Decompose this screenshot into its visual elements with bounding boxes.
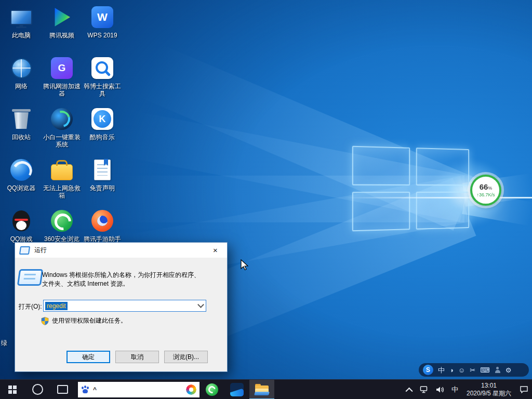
admin-note-text: 使用管理权限创建此任务。: [52, 316, 127, 325]
cancel-button[interactable]: 取消: [115, 351, 159, 363]
desktop-icon-tencent-video[interactable]: 腾讯视频: [42, 3, 82, 54]
notification-bubble-icon: [520, 385, 528, 393]
icon-label: 回收站: [12, 134, 31, 141]
wps-icon: W: [90, 5, 115, 30]
ime-emoji-icon[interactable]: ☺: [458, 367, 465, 374]
action-center-button[interactable]: [516, 380, 532, 399]
ime-account-icon[interactable]: [495, 367, 501, 373]
start-button[interactable]: [0, 380, 25, 399]
qq-games-icon: [9, 208, 34, 233]
clock-date: 2020/9/5 星期六: [467, 390, 511, 397]
xiaobai-icon: [49, 107, 74, 131]
run-dialog-body: Windows 将根据你所输入的名称，为你打开相应的程序、 文件夹、文档或 In…: [15, 258, 227, 371]
network-icon: [9, 56, 34, 81]
taskbar-app-pinned[interactable]: [224, 380, 249, 399]
run-glyph-icon: [18, 269, 42, 286]
icon-label: 酷狗音乐: [90, 134, 115, 141]
desktop-icon-kugou[interactable]: K 酷狗音乐: [82, 105, 123, 156]
run-dialog-titlebar[interactable]: 运行 ×: [15, 243, 227, 258]
ime-toolbar: S 中 ◑ ☺ ✂ ⌨ ⚙: [419, 363, 529, 377]
icon-label: 腾讯视频: [49, 32, 74, 39]
pinned-app-icon: [230, 383, 244, 396]
icon-label: 韩博士搜索工具: [83, 83, 122, 97]
task-view-button[interactable]: [50, 380, 75, 399]
memory-percent: 66%: [480, 183, 493, 192]
chevron-up-icon: [405, 387, 413, 394]
icon-label: 360安全浏览: [44, 235, 79, 243]
partially-hidden-icon-label: 绿: [1, 339, 7, 348]
icon-label: QQ浏览器: [7, 184, 36, 192]
first-aid-kit-icon: [49, 157, 74, 182]
ime-settings-icon[interactable]: ⚙: [506, 367, 512, 374]
taskbar-clock[interactable]: 13:01 2020/9/5 星期六: [462, 382, 516, 397]
speed-ball-widget[interactable]: 66% ↑36.7K/s: [470, 175, 501, 206]
desktop-screen: 此电脑 腾讯视频 W WPS 2019 网络 G 腾讯网游加速器 韩博士搜索工具…: [0, 0, 532, 399]
chevron-down-icon: [197, 301, 204, 308]
ime-screenshot-icon[interactable]: ✂: [470, 367, 475, 374]
search-paw-icon: [81, 385, 89, 394]
desktop-icon-recycle-bin[interactable]: 回收站: [1, 105, 42, 156]
run-dialog-title: 运行: [34, 246, 47, 255]
desktop-icon-xiaobai-reinstall[interactable]: 小白一键重装系统: [42, 105, 82, 156]
tencent-video-icon: [49, 5, 74, 30]
volume-tray-button[interactable]: [432, 380, 448, 399]
ethernet-icon: [420, 386, 429, 393]
hidden-icons-button[interactable]: [404, 380, 416, 399]
mobile-assistant-icon: [90, 208, 115, 233]
360-browser-icon: [206, 383, 218, 396]
desktop-icon-grid: 此电脑 腾讯视频 W WPS 2019 网络 G 腾讯网游加速器 韩博士搜索工具…: [1, 3, 123, 258]
desktop-icon-network[interactable]: 网络: [1, 54, 42, 105]
run-dialog: 运行 × Windows 将根据你所输入的名称，为你打开相应的程序、 文件夹、文…: [15, 242, 228, 372]
speaker-icon: [436, 386, 444, 393]
windows-logo-icon: [8, 385, 17, 394]
search-caret: ^: [93, 386, 97, 393]
desktop-icon-disclaimer[interactable]: 免责声明: [82, 156, 123, 207]
close-icon[interactable]: ×: [204, 243, 227, 258]
cortana-icon: [32, 384, 43, 395]
taskbar-app-file-explorer[interactable]: [249, 380, 274, 399]
desktop-icon-game-accelerator[interactable]: G 腾讯网游加速器: [42, 54, 82, 105]
taskbar: ^: [0, 379, 532, 399]
360-browser-icon: [49, 208, 74, 233]
desktop-icon-qq-browser[interactable]: QQ浏览器: [1, 156, 42, 207]
uac-shield-icon: [41, 317, 49, 325]
icon-label: 无法上网急救箱: [42, 184, 82, 199]
qq-browser-icon: [9, 157, 34, 182]
icon-label: 免责声明: [90, 184, 115, 192]
kugou-icon: K: [90, 107, 115, 131]
ime-mode-toggle[interactable]: 中: [438, 367, 445, 374]
network-tray-button[interactable]: [416, 380, 432, 399]
run-dialog-icon: [19, 246, 30, 255]
browse-button[interactable]: 浏览(B)...: [164, 351, 208, 363]
taskbar-search-box[interactable]: ^: [78, 382, 200, 397]
icon-label: WPS 2019: [87, 32, 117, 39]
run-description: Windows 将根据你所输入的名称，为你打开相应的程序、 文件夹、文档或 In…: [42, 271, 219, 288]
icon-label: QQ游戏: [10, 235, 33, 243]
open-label: 打开(O):: [19, 302, 42, 311]
desktop-icon-wps[interactable]: W WPS 2019: [82, 3, 123, 54]
icon-label: 小白一键重装系统: [42, 134, 82, 148]
clock-time: 13:01: [481, 382, 497, 390]
desktop-icon-this-pc[interactable]: 此电脑: [1, 3, 42, 54]
this-pc-icon: [9, 5, 34, 30]
icon-label: 腾讯手游助手: [84, 235, 121, 243]
run-command-input-value[interactable]: regedit: [45, 302, 68, 310]
desktop-icon-network-first-aid[interactable]: 无法上网急救箱: [42, 156, 82, 207]
taskbar-app-360-browser[interactable]: [200, 380, 224, 399]
admin-note-row: 使用管理权限创建此任务。: [41, 316, 127, 325]
run-command-combobox[interactable]: regedit: [43, 300, 206, 312]
browser-home-icon[interactable]: [186, 384, 196, 395]
ok-button[interactable]: 确定: [66, 351, 110, 363]
icon-label: 此电脑: [12, 32, 31, 39]
desktop-icon-hanboshi-search[interactable]: 韩博士搜索工具: [82, 54, 123, 105]
system-tray: 中 13:01 2020/9/5 星期六: [404, 380, 532, 399]
ime-keyboard-icon[interactable]: ⌨: [480, 367, 490, 374]
recycle-bin-icon: [9, 107, 34, 131]
ime-logo-icon[interactable]: S: [423, 365, 433, 375]
cortana-button[interactable]: [25, 380, 50, 399]
file-explorer-icon: [255, 384, 269, 395]
search-tool-icon: [90, 56, 115, 81]
tray-ime-indicator[interactable]: 中: [448, 380, 462, 399]
ime-fullwidth-toggle-icon[interactable]: ◑: [449, 367, 454, 374]
combobox-dropdown-button[interactable]: [196, 301, 205, 311]
